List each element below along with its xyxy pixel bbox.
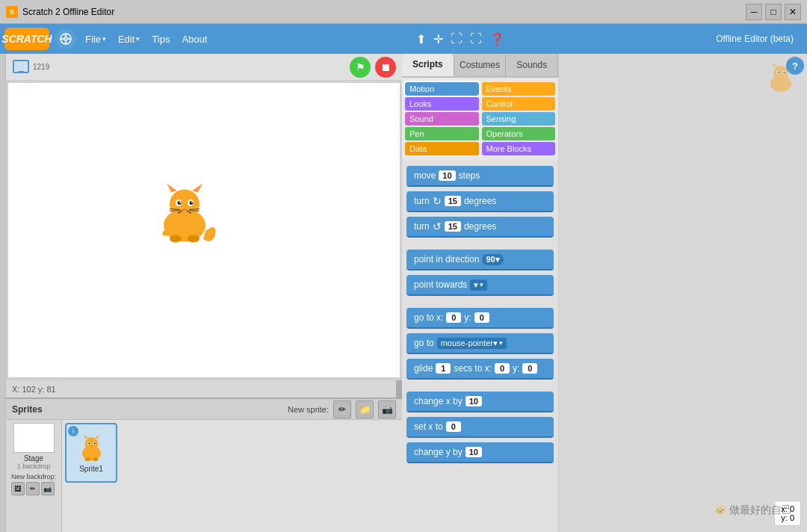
help-icon[interactable]: ❓ xyxy=(489,32,504,46)
new-backdrop-label: New backdrop: xyxy=(11,473,56,480)
block-point-towards[interactable]: point towards ▾ xyxy=(406,275,554,296)
svg-marker-26 xyxy=(83,434,87,438)
stage-thumbnail[interactable]: Stage 1 backdrop New backdrop: 🖼 ✏ 📷 xyxy=(6,420,62,532)
minimize-button[interactable]: ─ xyxy=(746,4,762,20)
file-menu[interactable]: File ▾ xyxy=(79,31,112,48)
file-arrow: ▾ xyxy=(102,35,106,43)
cat-data[interactable]: Data xyxy=(405,142,479,155)
new-sprite-controls: New sprite: ✏ 📁 📷 xyxy=(288,400,396,418)
cw-icon: ↻ xyxy=(433,195,442,207)
svg-point-42 xyxy=(783,72,785,74)
upload-icon[interactable]: ⬆ xyxy=(416,32,426,46)
block-go-to-xy[interactable]: go to x: 0 y: 0 xyxy=(406,308,554,329)
block-go-to[interactable]: go to mouse-pointer▾ xyxy=(406,333,554,354)
svg-point-0 xyxy=(61,34,71,44)
stage-thumb-img xyxy=(13,423,55,453)
block-change-x[interactable]: change x by 10 xyxy=(406,392,554,412)
svg-point-33 xyxy=(84,457,90,460)
stage-label: Stage xyxy=(24,454,43,463)
maximize-button[interactable]: □ xyxy=(765,4,782,20)
categories-panel: Motion Events Looks Control Sound Sensin… xyxy=(402,78,558,160)
titlebar: S Scratch 2 Offline Editor ─ □ ✕ xyxy=(0,0,807,24)
stop-button[interactable]: ⏹ xyxy=(375,57,396,78)
block-change-y[interactable]: change y by 10 xyxy=(406,442,554,463)
camera-sprite-button[interactable]: 📷 xyxy=(378,400,396,418)
titlebar-title: Scratch 2 Offline Editor xyxy=(22,7,114,17)
tips-menu[interactable]: Tips xyxy=(146,31,176,48)
help-button[interactable]: ? xyxy=(786,57,804,75)
left-sidebar xyxy=(0,54,6,532)
cat-operators[interactable]: Operators xyxy=(482,127,556,140)
sprites-label: Sprites xyxy=(12,404,43,415)
stage-controls: ⚑ ⏹ xyxy=(350,57,396,78)
sprites-panel: Sprites New sprite: ✏ 📁 📷 Stage 1 backdr… xyxy=(6,398,402,532)
cat-sprite[interactable] xyxy=(147,181,222,250)
stage-view-button[interactable] xyxy=(12,58,30,76)
new-sprite-label: New sprite: xyxy=(288,405,329,414)
svg-point-30 xyxy=(88,442,90,444)
cat-sound[interactable]: Sound xyxy=(405,112,479,126)
svg-point-5 xyxy=(170,190,200,220)
scripts-area: Scripts Costumes Sounds Motion Events Lo… xyxy=(402,54,559,532)
svg-point-25 xyxy=(84,437,98,451)
cat-control[interactable]: Control xyxy=(482,97,556,111)
block-move[interactable]: move 10 steps xyxy=(406,166,554,187)
camera-backdrop-button[interactable]: 📷 xyxy=(41,482,55,495)
upload-sprite-button[interactable]: 📁 xyxy=(356,400,374,418)
svg-rect-3 xyxy=(18,71,24,73)
svg-point-14 xyxy=(179,202,181,203)
cat-events[interactable]: Events xyxy=(482,82,556,96)
sprite-item[interactable]: i xyxy=(65,423,117,483)
block-turn-cw[interactable]: turn ↻ 15 degrees xyxy=(406,191,554,212)
cat-more[interactable]: More Blocks xyxy=(482,142,556,155)
language-button[interactable] xyxy=(55,28,76,49)
tab-sounds[interactable]: Sounds xyxy=(506,54,558,76)
gap1 xyxy=(406,242,554,245)
upload-backdrop-button[interactable]: ✏ xyxy=(26,482,40,495)
sprites-content: Stage 1 backdrop New backdrop: 🖼 ✏ 📷 xyxy=(6,420,402,532)
edit-menu[interactable]: Edit ▾ xyxy=(112,31,146,48)
svg-rect-2 xyxy=(15,62,27,69)
edit-arrow: ▾ xyxy=(136,35,140,43)
fullscreen-icon[interactable]: ⛶ xyxy=(451,32,463,46)
cat-pen[interactable]: Pen xyxy=(405,127,479,140)
add-icon[interactable]: ✛ xyxy=(433,32,443,46)
scratch-logo: SCRATCH xyxy=(4,28,49,50)
sprite-info-badge[interactable]: i xyxy=(68,426,78,436)
green-flag-button[interactable]: ⚑ xyxy=(350,57,371,78)
close-button[interactable]: ✕ xyxy=(785,4,801,20)
svg-point-12 xyxy=(177,201,181,205)
block-glide[interactable]: glide 1 secs to x: 0 y: 0 xyxy=(406,359,554,380)
tabs-bar: Scripts Costumes Sounds xyxy=(402,54,558,78)
block-set-x[interactable]: set x to 0 xyxy=(406,417,554,438)
tab-costumes[interactable]: Costumes xyxy=(454,54,507,76)
sprite-name: Sprite1 xyxy=(79,465,103,473)
stage-toolbar-left: 1219 xyxy=(12,58,49,76)
titlebar-controls: ─ □ ✕ xyxy=(746,4,801,20)
block-point-direction[interactable]: point in direction 90▾ xyxy=(406,250,554,270)
sprite-list: i xyxy=(62,420,402,532)
draw-backdrop-button[interactable]: 🖼 xyxy=(11,482,25,495)
stage-wrapper: 1219 ⚑ ⏹ xyxy=(6,54,402,532)
app-icon: S xyxy=(6,6,18,18)
svg-point-22 xyxy=(188,235,200,243)
cat-motion[interactable]: Motion xyxy=(405,82,479,96)
stage-resize-handle[interactable] xyxy=(396,380,402,398)
main-area: 1219 ⚑ ⏹ xyxy=(0,54,807,532)
svg-point-41 xyxy=(777,72,779,74)
cat-sensing[interactable]: Sensing xyxy=(482,112,556,126)
gap3 xyxy=(406,384,554,387)
tab-scripts[interactable]: Scripts xyxy=(402,54,454,76)
stage-canvas xyxy=(7,82,401,378)
shrink-icon[interactable]: ⛶ xyxy=(470,32,482,46)
block-turn-ccw[interactable]: turn ↺ 15 degrees xyxy=(406,217,554,238)
gap2 xyxy=(406,300,554,303)
stage-coords-bar: X: 102 y: 81 xyxy=(6,380,402,398)
workspace[interactable]: x: 0 y: 0 ? 🐱 做最好的自己 xyxy=(559,54,807,532)
draw-sprite-button[interactable]: ✏ xyxy=(333,400,351,418)
svg-point-15 xyxy=(191,202,193,203)
about-menu[interactable]: About xyxy=(176,31,213,48)
cat-looks[interactable]: Looks xyxy=(405,97,479,111)
stage-sublabel: 1 backdrop xyxy=(17,463,51,470)
menubar-center: ⬆ ✛ ⛶ ⛶ ❓ xyxy=(213,32,707,46)
